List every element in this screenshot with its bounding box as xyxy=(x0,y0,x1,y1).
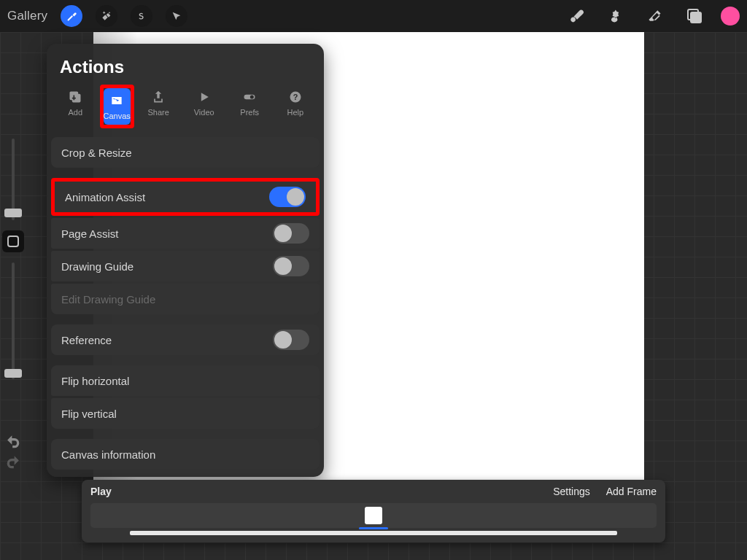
actions-rows: Crop & Resize Animation Assist Page Assi… xyxy=(47,137,324,470)
row-label: Crop & Resize xyxy=(61,147,132,159)
brush-size-slider[interactable] xyxy=(12,139,15,220)
row-label: Animation Assist xyxy=(65,191,145,203)
actions-panel: Actions Add Canvas Share Video Prefs ? H… xyxy=(47,44,324,477)
row-edit-drawing-guide: Edit Drawing Guide xyxy=(51,284,320,314)
tab-label: Video xyxy=(194,108,214,117)
tab-label: Prefs xyxy=(240,108,259,117)
timeline-frame[interactable] xyxy=(365,507,382,524)
row-label: Page Assist xyxy=(61,228,118,240)
tab-prefs[interactable]: Prefs xyxy=(228,85,271,128)
adjustments-button[interactable] xyxy=(96,5,117,27)
row-canvas-information[interactable]: Canvas information xyxy=(51,439,320,470)
animation-timeline: Play Settings Add Frame xyxy=(82,480,665,542)
row-reference[interactable]: Reference xyxy=(51,324,320,355)
play-button[interactable]: Play xyxy=(90,486,112,497)
brush-tool[interactable] xyxy=(563,3,589,29)
row-animation-assist-highlight: Animation Assist xyxy=(51,178,320,216)
prefs-toggle-icon xyxy=(242,90,257,104)
color-swatch[interactable] xyxy=(721,7,740,26)
eraser-tool[interactable] xyxy=(642,3,668,29)
s-icon xyxy=(136,10,147,22)
timeline-add-frame-button[interactable]: Add Frame xyxy=(606,486,657,497)
left-sidebar xyxy=(0,139,26,379)
canvas-tab-highlight: Canvas xyxy=(100,85,134,128)
tab-canvas[interactable]: Canvas xyxy=(104,88,131,125)
svg-text:?: ? xyxy=(293,93,298,101)
row-page-assist[interactable]: Page Assist xyxy=(51,218,320,249)
tab-label: Add xyxy=(68,108,82,117)
brush-opacity-slider[interactable] xyxy=(12,262,15,379)
share-icon xyxy=(151,90,166,104)
row-crop-resize[interactable]: Crop & Resize xyxy=(51,137,320,168)
help-icon: ? xyxy=(288,90,303,104)
brush-opacity-thumb[interactable] xyxy=(4,369,22,378)
wrench-icon xyxy=(66,10,77,22)
tab-label: Canvas xyxy=(104,112,131,120)
current-frame-indicator xyxy=(359,527,388,529)
toggle-drawing-guide[interactable] xyxy=(273,256,309,276)
smudge-tool[interactable] xyxy=(603,3,629,29)
magic-wand-icon xyxy=(101,10,112,22)
layers-tool[interactable] xyxy=(681,3,708,29)
tab-share[interactable]: Share xyxy=(137,85,180,128)
play-icon xyxy=(197,90,212,104)
brush-size-thumb[interactable] xyxy=(4,209,22,217)
gallery-link[interactable]: Gallery xyxy=(7,9,47,23)
row-label: Flip horizontal xyxy=(61,375,129,387)
layers-icon xyxy=(687,9,702,23)
toggle-page-assist[interactable] xyxy=(273,223,309,244)
square-icon xyxy=(7,236,19,247)
undo-redo-group xyxy=(0,435,26,470)
cursor-arrow-icon xyxy=(171,10,182,22)
timeline-settings-button[interactable]: Settings xyxy=(553,486,590,497)
actions-title: Actions xyxy=(47,57,324,85)
redo-icon[interactable] xyxy=(6,455,20,470)
add-icon xyxy=(68,90,82,104)
selection-button[interactable] xyxy=(131,5,152,27)
row-label: Flip vertical xyxy=(61,408,117,420)
timeline-scroll[interactable] xyxy=(130,531,616,535)
top-bar: Gallery xyxy=(0,0,747,32)
undo-icon[interactable] xyxy=(6,435,20,449)
tab-add[interactable]: Add xyxy=(54,85,97,128)
tab-help[interactable]: ? Help xyxy=(274,85,317,128)
row-label: Canvas information xyxy=(61,448,155,461)
timeline-track[interactable] xyxy=(90,503,657,528)
actions-tabs: Add Canvas Share Video Prefs ? Help xyxy=(47,85,324,137)
smudge-icon xyxy=(607,7,624,25)
row-flip-horizontal[interactable]: Flip horizontal xyxy=(51,365,320,396)
brush-icon xyxy=(568,7,585,25)
row-drawing-guide[interactable]: Drawing Guide xyxy=(51,251,320,281)
actions-wrench-button[interactable] xyxy=(61,5,82,27)
modify-button[interactable] xyxy=(2,230,24,252)
eraser-icon xyxy=(646,7,664,25)
canvas-icon xyxy=(109,93,124,108)
row-label: Edit Drawing Guide xyxy=(61,293,155,306)
transform-button[interactable] xyxy=(166,5,187,27)
toggle-animation-assist[interactable] xyxy=(269,187,306,207)
tab-label: Help xyxy=(287,108,303,117)
row-label: Drawing Guide xyxy=(61,260,133,273)
row-flip-vertical[interactable]: Flip vertical xyxy=(51,398,320,429)
tab-video[interactable]: Video xyxy=(182,85,225,128)
toggle-reference[interactable] xyxy=(273,330,309,350)
row-label: Reference xyxy=(61,334,112,346)
tab-label: Share xyxy=(147,108,169,117)
svg-point-1 xyxy=(250,96,254,99)
